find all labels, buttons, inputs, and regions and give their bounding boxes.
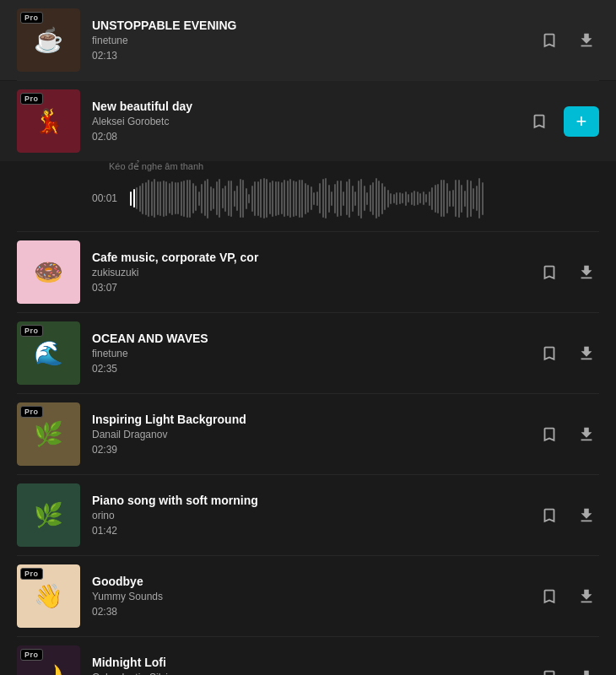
track-artist: Galea Iustin-Silviu <box>92 672 525 675</box>
waveform-bar <box>343 192 344 206</box>
waveform-bar <box>437 184 439 213</box>
waveform-bar <box>366 192 368 205</box>
waveform-bar <box>478 178 480 219</box>
track-item[interactable]: 💃 Pro New beautiful day Aleksei Gorobetc… <box>0 81 616 161</box>
bookmark-button[interactable] <box>537 503 562 528</box>
download-button[interactable] <box>574 665 599 676</box>
bookmark-button[interactable] <box>537 28 562 53</box>
waveform-bar <box>165 181 167 216</box>
waveform-bar <box>467 180 468 218</box>
waveform-bar <box>236 186 238 211</box>
add-button[interactable]: + <box>564 106 599 137</box>
waveform-bar <box>204 181 206 216</box>
track-info: New beautiful day Aleksei Gorobetc 02:08 <box>92 100 515 143</box>
waveform-bar <box>337 181 338 217</box>
waveform-bars[interactable] <box>130 177 599 219</box>
track-actions <box>537 260 599 285</box>
track-title: Midnight Lofi <box>92 656 525 669</box>
waveform-bar <box>224 186 226 212</box>
waveform-bar <box>405 192 407 206</box>
waveform-bar <box>370 185 371 212</box>
download-button[interactable] <box>574 503 599 528</box>
waveform-bar <box>154 179 155 218</box>
waveform-bar <box>461 185 462 213</box>
waveform-bar <box>287 181 289 216</box>
bookmark-button[interactable] <box>537 260 562 285</box>
track-item[interactable]: 🌿 Piano song with soft morning orino 01:… <box>0 475 616 555</box>
waveform-bar <box>299 180 300 218</box>
pro-badge: Pro <box>20 325 43 337</box>
waveform-bar <box>322 179 324 218</box>
waveform-bar <box>183 181 185 217</box>
waveform-bar <box>423 192 424 205</box>
waveform-bar <box>257 181 259 216</box>
waveform-row[interactable]: 00:01 <box>17 177 599 219</box>
track-artist: zukisuzuki <box>92 267 525 278</box>
waveform-bar <box>372 182 374 215</box>
waveform-bar <box>222 188 224 208</box>
waveform-bar <box>378 181 380 217</box>
waveform-bar <box>411 192 413 205</box>
track-actions <box>537 341 599 366</box>
waveform-bar <box>301 180 303 218</box>
waveform-bar <box>305 183 306 214</box>
waveform-bar <box>171 181 173 215</box>
waveform-bar <box>240 179 241 218</box>
track-duration: 01:42 <box>92 525 525 537</box>
download-button[interactable] <box>574 28 599 53</box>
waveform-bar <box>458 180 460 218</box>
waveform-bar <box>142 183 143 214</box>
waveform-bar <box>213 188 214 209</box>
download-button[interactable] <box>574 584 599 609</box>
waveform-bar <box>272 181 273 217</box>
bookmark-button[interactable] <box>537 341 562 366</box>
waveform-bar <box>201 184 203 213</box>
download-icon <box>577 31 596 50</box>
thumb-emoji: 🍩 <box>17 240 80 304</box>
waveform-bar <box>349 179 350 218</box>
waveform-section: Kéo để nghe âm thanh 00:01 <box>0 161 616 231</box>
bookmark-button[interactable] <box>537 584 562 609</box>
waveform-bar <box>234 191 235 207</box>
bookmark-icon <box>540 668 559 676</box>
track-item[interactable]: 👋 Pro Goodbye Yummy Sounds 02:38 <box>0 556 616 636</box>
waveform-bar <box>399 192 401 204</box>
waveform-bar <box>470 181 472 217</box>
waveform-bar <box>402 193 403 203</box>
waveform-bar <box>181 181 182 216</box>
track-info: Cafe music, corporate VP, cor zukisuzuki… <box>92 251 525 294</box>
waveform-bar <box>278 181 279 215</box>
waveform-bar <box>192 183 194 213</box>
waveform-bar <box>452 190 454 207</box>
track-thumbnail: 🌿 Pro <box>17 402 80 466</box>
track-info: Goodbye Yummy Sounds 02:38 <box>92 575 525 618</box>
track-actions <box>537 503 599 528</box>
download-button[interactable] <box>574 260 599 285</box>
download-button[interactable] <box>574 341 599 366</box>
thumb-bg: 🌿 <box>17 483 80 547</box>
waveform-bar <box>376 178 377 219</box>
track-thumbnail: 👋 Pro <box>17 564 80 628</box>
waveform-bar <box>293 181 294 217</box>
waveform-bar <box>446 183 448 213</box>
bookmark-button[interactable] <box>527 109 552 134</box>
track-actions <box>537 422 599 447</box>
track-item[interactable]: 🌊 Pro OCEAN AND WAVES finetune 02:35 <box>0 313 616 393</box>
waveform-bar <box>169 183 170 213</box>
waveform-bar <box>417 192 419 205</box>
track-item[interactable]: 🍩 Cafe music, corporate VP, cor zukisuzu… <box>0 232 616 312</box>
track-duration: 02:13 <box>92 50 525 62</box>
download-button[interactable] <box>574 422 599 447</box>
track-item[interactable]: 🌿 Pro Inspiring Light Background Danail … <box>0 394 616 474</box>
waveform-bar <box>163 181 165 217</box>
bookmark-button[interactable] <box>537 422 562 447</box>
bookmark-button[interactable] <box>537 665 562 676</box>
pro-badge: Pro <box>20 568 43 580</box>
track-item[interactable]: 🌙 Pro Midnight Lofi Galea Iustin-Silviu … <box>0 637 616 675</box>
pro-badge: Pro <box>20 93 43 105</box>
track-title: New beautiful day <box>92 100 515 113</box>
track-thumbnail: 🌊 Pro <box>17 321 80 385</box>
track-item[interactable]: ☕ Pro UNSTOPPABLE EVENING finetune 02:13 <box>0 0 616 80</box>
waveform-bar <box>408 194 409 202</box>
pro-badge: Pro <box>20 406 43 418</box>
